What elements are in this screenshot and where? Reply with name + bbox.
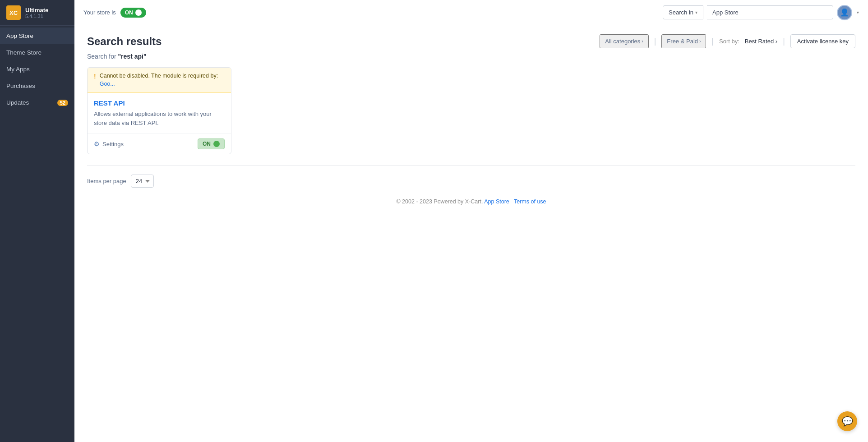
card-footer: ⚙ Settings ON Settings (88, 134, 231, 154)
search-input[interactable] (707, 5, 833, 19)
filter-separator-3: | (783, 37, 785, 46)
footer-terms-link[interactable]: Terms of use (514, 198, 546, 205)
items-per-page-select[interactable]: 12 24 48 96 (131, 175, 154, 188)
sidebar-item-purchases[interactable]: Purchases (0, 78, 74, 94)
app-card: ! Cannot be disabled. The module is requ… (87, 67, 231, 154)
logo-title: Ultimate (25, 7, 48, 14)
sidebar-item-my-apps[interactable]: My Apps (0, 61, 74, 78)
page-actions: All categories › | Free & Paid › | Sort … (600, 34, 855, 48)
search-in-chevron-icon: ▾ (695, 10, 697, 15)
app-name-link[interactable]: REST API (94, 99, 225, 107)
store-status-area: Your store is ON (83, 8, 657, 18)
sort-value-button[interactable]: Best Rated › (745, 38, 777, 45)
header-right: Search in ▾ 👤 ▾ (663, 5, 859, 20)
warning-link[interactable]: Goo... (100, 81, 115, 87)
user-avatar[interactable]: 👤 (837, 5, 852, 20)
warning-icon: ! (94, 73, 96, 80)
all-categories-button[interactable]: All categories › (600, 34, 648, 48)
filter-separator: | (654, 37, 656, 46)
top-header: Your store is ON Search in ▾ 👤 ▾ (74, 0, 868, 25)
user-icon: 👤 (840, 8, 849, 17)
filter-separator-2: | (711, 37, 714, 46)
toggle-pill (213, 141, 220, 147)
avatar-chevron-icon: ▾ (857, 10, 859, 15)
sidebar-item-app-store[interactable]: App Store (0, 28, 74, 44)
footer-app-store-link[interactable]: App Store (484, 198, 509, 205)
sidebar-item-theme-store[interactable]: Theme Store (0, 44, 74, 61)
sort-chevron-icon: › (776, 38, 777, 45)
updates-badge: 52 (57, 100, 68, 106)
chat-icon: 💬 (842, 416, 853, 427)
store-status-text: ON (125, 9, 133, 16)
card-warning: ! Cannot be disabled. The module is requ… (88, 68, 231, 93)
sidebar-logo: XC Ultimate 5.4.1.31 (0, 0, 74, 26)
search-query: "rest api" (118, 53, 146, 60)
free-paid-button[interactable]: Free & Paid › (661, 34, 706, 48)
warning-text: Cannot be disabled. The module is requir… (100, 72, 225, 88)
settings-button[interactable]: ⚙ Settings (94, 140, 124, 147)
settings-gear-icon: ⚙ (94, 140, 100, 147)
sidebar-item-updates[interactable]: Updates 52 (0, 94, 74, 111)
free-paid-chevron-icon: › (699, 39, 701, 44)
items-per-page-section: Items per page 12 24 48 96 (87, 165, 855, 188)
page-header: Search results All categories › | Free &… (87, 34, 855, 48)
main-content: Search results All categories › | Free &… (74, 25, 868, 442)
activate-license-button[interactable]: Activate license key (790, 34, 855, 48)
sort-label: Sort by: (719, 38, 739, 45)
search-for-text: Search for "rest api" (87, 53, 855, 60)
card-body: REST API Allows external applications to… (88, 93, 231, 134)
chat-bubble[interactable]: 💬 (837, 411, 857, 431)
page-footer: © 2002 - 2023 Powered by X-Cart. App Sto… (87, 188, 855, 216)
store-is-label: Your store is (83, 9, 116, 16)
logo-version: 5.4.1.31 (25, 14, 48, 19)
on-toggle[interactable]: ON (198, 138, 225, 149)
all-categories-chevron-icon: › (642, 39, 643, 44)
app-description: Allows external applications to work wit… (94, 110, 225, 127)
content-area: Search results All categories › | Free &… (74, 25, 868, 442)
logo-text: Ultimate 5.4.1.31 (25, 7, 48, 19)
sidebar-nav: App Store Theme Store My Apps Purchases … (0, 26, 74, 111)
items-per-page-label: Items per page (87, 178, 126, 184)
logo-badge: XC (6, 5, 21, 20)
toggle-dot (135, 9, 142, 16)
page-title: Search results (87, 35, 162, 48)
search-in-button[interactable]: Search in ▾ (663, 5, 703, 19)
store-on-toggle[interactable]: ON (120, 8, 146, 18)
sidebar: XC Ultimate 5.4.1.31 App Store Theme Sto… (0, 0, 74, 442)
